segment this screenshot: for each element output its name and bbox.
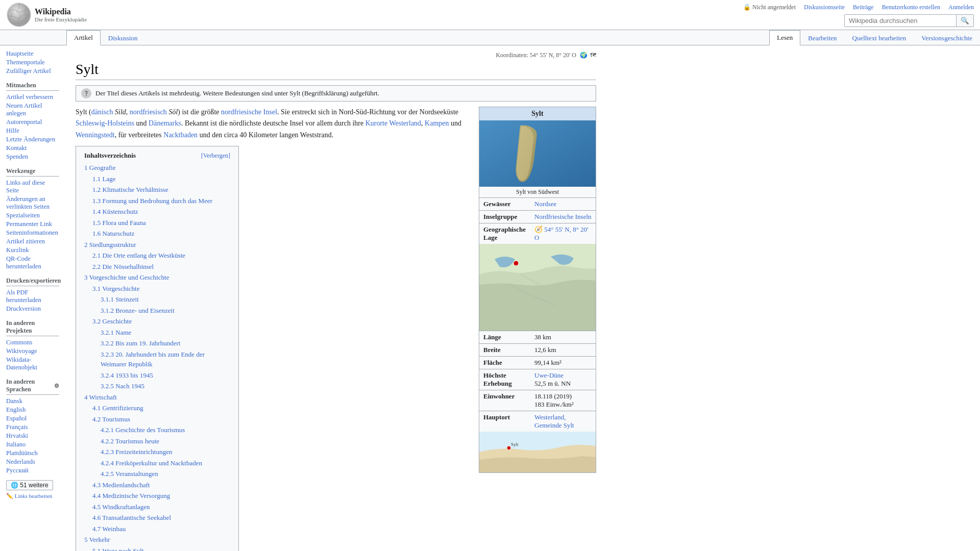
toc-link-1-4[interactable]: 1.4 Küstenschutz [92, 208, 138, 215]
sidebar-item-hrvatski[interactable]: Hrvatski [6, 432, 59, 440]
sidebar-item-permanenter-link[interactable]: Permanenter Link [6, 220, 59, 229]
create-account-link[interactable]: Benutzerkonto erstellen [882, 4, 940, 11]
toc-link-3-1-1[interactable]: 3.1.1 Steinzeit [101, 295, 139, 303]
sidebar-item-pdf[interactable]: Als PDF herunterladen [6, 288, 59, 305]
contributions-link[interactable]: Beiträge [853, 4, 874, 11]
sidebar-item-artikel-zitieren[interactable]: Artikel zitieren [6, 237, 59, 246]
toc-link-1-3[interactable]: 1.3 Formung und Bedrohung durch das Meer [92, 197, 212, 205]
tab-bearbeiten[interactable]: Bearbeiten [800, 31, 844, 45]
coords-link[interactable]: 54° 55' N, 8° 20' O [534, 226, 588, 241]
sidebar-item-commons[interactable]: Commons [6, 338, 59, 347]
sidebar-item-nederlands[interactable]: Nederlands [6, 458, 59, 466]
sidebar-item-neuer-artikel[interactable]: Neuen Artikel anlegen [6, 102, 59, 118]
toc-link-3-2-3[interactable]: 3.2.3 20. Jahrhundert bis zum Ende der W… [101, 350, 205, 368]
toc-link-3-1[interactable]: 3.1 Vorgeschichte [92, 285, 139, 292]
toc-link-4-5[interactable]: 4.5 Windkraftanlagen [92, 503, 150, 511]
toc-link-4[interactable]: 4 Wirtschaft [84, 393, 117, 401]
sidebar-item-plattduutsch[interactable]: Plattdüütsch [6, 449, 59, 458]
nordsee-link[interactable]: Nordsee [534, 200, 556, 208]
toc-link-3[interactable]: 3 Vorgeschichte und Geschichte [84, 273, 169, 281]
nordfriesische-inseln-link[interactable]: Nordfriesische Inseln [534, 213, 592, 220]
toc-link-1-6[interactable]: 1.6 Naturschutz [92, 230, 134, 237]
toc-link-2-2[interactable]: 2.2 Die Nössehalbinsel [92, 263, 154, 270]
kampen-link[interactable]: Kampen [425, 119, 449, 127]
tab-lesen[interactable]: Lesen [769, 30, 800, 45]
tab-quelltext[interactable]: Quelltext bearbeiten [845, 31, 914, 45]
toc-link-4-2[interactable]: 4.2 Tourismus [92, 415, 130, 423]
sidebar-item-espanol[interactable]: Español [6, 414, 59, 423]
toc-link-3-2[interactable]: 3.2 Geschichte [92, 317, 132, 325]
sidebar-item-druckversion[interactable]: Druckversion [6, 305, 59, 313]
toc-link-4-3[interactable]: 4.3 Medienlandschaft [92, 481, 150, 489]
toc-link-2[interactable]: 2 Siedlungsstruktur [84, 241, 136, 248]
toc-link-3-2-1[interactable]: 3.2.1 Name [101, 329, 131, 336]
toc-link-4-2-1[interactable]: 4.2.1 Geschichte des Tourismus [101, 426, 185, 434]
toc-link-4-2-3[interactable]: 4.2.3 Freizeiteinrichtungen [101, 448, 172, 456]
tab-versionsgeschichte[interactable]: Versionsgeschichte [914, 31, 980, 45]
sidebar-item-seiteninformationen[interactable]: Seiteninformationen [6, 229, 59, 237]
map-icon[interactable]: 🗺 [590, 52, 596, 59]
tab-diskussion[interactable]: Diskussion [101, 31, 145, 45]
51-weitere-button[interactable]: 🌐 51 weitere [6, 480, 53, 490]
toc-link-4-6[interactable]: 4.6 Transatlantische Seekabel [92, 514, 171, 521]
search-button[interactable]: 🔍 [957, 14, 974, 27]
toc-link-5[interactable]: 5 Verkehr [84, 536, 110, 543]
nacktbaden-link[interactable]: Nacktbaden [163, 131, 198, 139]
sidebar-item-wikidata[interactable]: Wikidata-Datenobjekt [6, 356, 59, 372]
toc-link-2-1[interactable]: 2.1 Die Orte entlang der Westküste [92, 252, 185, 259]
wikipedia-logo[interactable] [6, 2, 32, 28]
toc-link-1-5[interactable]: 1.5 Flora und Fauna [92, 219, 146, 227]
toc-link-4-2-4[interactable]: 4.2.4 Freiköperkultur und Nacktbaden [101, 459, 202, 467]
sidebar-item-english[interactable]: English [6, 406, 59, 414]
sidebar-item-italiano[interactable]: Italiano [6, 440, 59, 449]
sidebar-item-hauptseite[interactable]: Hauptseite [6, 49, 59, 58]
sidebar-item-kurzlink[interactable]: Kurzlink [6, 246, 59, 255]
wenningstedt-link[interactable]: Wenningstedt [76, 131, 115, 139]
sidebar-item-kontakt[interactable]: Kontakt [6, 144, 59, 153]
toc-link-3-2-5[interactable]: 3.2.5 Nach 1945 [101, 382, 144, 390]
toc-link-4-4[interactable]: 4.4 Medizinische Versorgung [92, 492, 170, 499]
sprachen-settings-icon[interactable]: ⚙ [54, 383, 59, 389]
daenemarks-link[interactable]: Dänemarks [149, 119, 181, 127]
toc-link-4-2-5[interactable]: 4.2.5 Veranstaltungen [101, 470, 158, 478]
toc-link-4-1[interactable]: 4.1 Gentrifizierung [92, 404, 143, 412]
toc-toggle[interactable]: [Verbergen] [201, 152, 230, 160]
login-link[interactable]: Anmelden [948, 4, 974, 11]
nordfriesisch-link[interactable]: nordfriesisch [130, 108, 167, 116]
links-bearbeiten-link[interactable]: ✏️ Links bearbeiten [6, 492, 59, 500]
sidebar-item-russian[interactable]: Русский [6, 466, 59, 475]
toc-link-3-2-2[interactable]: 3.2.2 Bis zum 19. Jahrhundert [101, 339, 180, 347]
tab-artikel[interactable]: Artikel [66, 30, 101, 45]
toc-link-1-1[interactable]: 1.1 Lage [92, 175, 115, 183]
sidebar-item-aenderungen-verlinkte[interactable]: Änderungen an verlinkten Seiten [6, 195, 59, 211]
schleswig-holstein-link[interactable]: Schleswig-Holsteins [76, 119, 134, 127]
sidebar-item-wikivoyage[interactable]: Wikivoyage [6, 347, 59, 356]
sidebar-item-spenden[interactable]: Spenden [6, 153, 59, 161]
uwe-duene-link[interactable]: Uwe-Düne [534, 371, 564, 379]
kurorte-link[interactable]: Kurorte [365, 119, 388, 127]
westerland-link[interactable]: Westerland, Gemeinde Sylt [534, 413, 574, 429]
sidebar-item-links-auf-seite[interactable]: Links auf diese Seite [6, 179, 59, 195]
toc-link-3-2-4[interactable]: 3.2.4 1933 bis 1945 [101, 371, 153, 379]
search-input[interactable] [844, 14, 957, 27]
nordfriesische-insel-link[interactable]: nordfriesische Insel [221, 108, 277, 116]
toc-link-5-1[interactable]: 5.1 Wege nach Sylt [92, 547, 144, 551]
westerland-text-link[interactable]: Westerland [389, 119, 421, 127]
sidebar-item-zufaellig[interactable]: Zufälliger Artikel [6, 67, 59, 76]
discussion-link[interactable]: Diskussionsseite [804, 4, 845, 11]
toc-link-4-7[interactable]: 4.7 Weinbau [92, 525, 126, 533]
toc-link-1[interactable]: 1 Geografie [84, 164, 116, 171]
sidebar-item-hilfe[interactable]: Hilfe [6, 127, 59, 135]
toc-link-3-1-2[interactable]: 3.1.2 Bronze- und Eisenzeit [101, 307, 175, 314]
toc-link-4-2-2[interactable]: 4.2.2 Tourismus heute [101, 437, 159, 445]
sidebar-item-dansk[interactable]: Dansk [6, 397, 59, 406]
sidebar-item-spezialseiten[interactable]: Spezialseiten [6, 211, 59, 220]
sidebar-item-themenportale[interactable]: Themenportale [6, 58, 59, 67]
sidebar-item-qrcode[interactable]: QR-Code herunterladen [6, 255, 59, 271]
sidebar-item-francais[interactable]: Français [6, 423, 59, 432]
globe-icon[interactable]: 🌍 [580, 52, 587, 59]
sidebar-item-verbessern[interactable]: Artikel verbessern [6, 93, 59, 102]
daenisch-link[interactable]: dänisch [91, 108, 113, 116]
sidebar-item-autorenportal[interactable]: Autorenportal [6, 118, 59, 127]
sidebar-item-letzte-aenderungen[interactable]: Letzte Änderungen [6, 135, 59, 144]
